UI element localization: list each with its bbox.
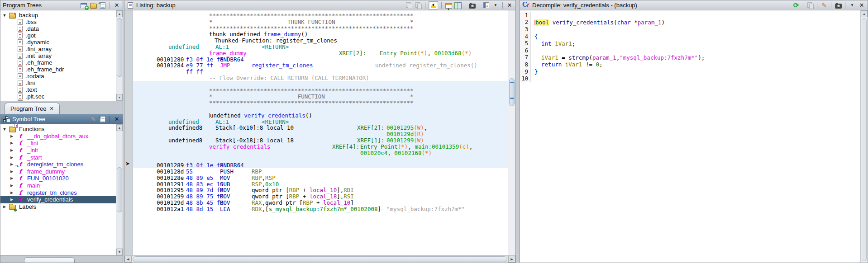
listing-row[interactable] — [133, 106, 508, 112]
tree-item-labels[interactable]: ▶ Labels — [0, 203, 116, 211]
copy-icon[interactable] — [405, 1, 412, 9]
expander-closed-icon[interactable]: ▶ — [10, 155, 14, 160]
tab-program-tree[interactable]: Program Tree ✕ — [5, 103, 60, 114]
edit-fields-icon[interactable] — [445, 1, 452, 9]
listing-row[interactable]: 0010129548 89 7d f8MOVqword ptr [RBP + l… — [133, 187, 508, 193]
listing-row[interactable]: undefinedAL:1<RETURN> — [133, 43, 508, 50]
decompile-line[interactable]: 3 — [520, 26, 860, 33]
tree-item-section[interactable]: .rodata — [0, 73, 116, 80]
listing-row[interactable]: 00101280f3 0f 1e faENDBR64 — [133, 56, 508, 62]
tree-item-function[interactable]: ▶f_init — [0, 147, 116, 154]
expander-closed-icon[interactable]: ▶ — [10, 191, 14, 195]
paste-icon[interactable] — [415, 1, 422, 9]
tree-item-functions[interactable]: ▼ f Functions — [0, 126, 116, 133]
tree-item-section[interactable]: .data — [0, 25, 116, 32]
scroll-right-icon[interactable]: ▶ — [508, 256, 515, 263]
copy-icon[interactable] — [806, 1, 814, 9]
decompile-line[interactable]: 7 iVar1 = strcmp(param_1,"mysql_backup:7… — [520, 54, 860, 61]
expander-open-icon[interactable]: ▼ — [2, 13, 7, 18]
tree-item-function[interactable]: ▶f↷frame_dummy — [0, 168, 116, 175]
program-tree-scrollbar[interactable]: ▲ ▼ — [116, 10, 123, 101]
tree-item-root[interactable]: ▼ ➤ backup — [0, 12, 116, 19]
tree-item-function[interactable]: ▶f__do_global_dtors_aux — [0, 133, 116, 140]
tree-item-section[interactable]: .text — [0, 86, 116, 93]
symbol-tree-scrollbar[interactable]: ▲ ▼ — [116, 124, 123, 255]
expander-open-icon[interactable]: ▼ — [2, 127, 7, 132]
scrollbar-thumb[interactable] — [117, 18, 122, 77]
tree-item-section[interactable]: .eh_frame_hdr — [0, 66, 116, 73]
decompile-line[interactable]: 4{ — [520, 33, 860, 40]
listing-row[interactable]: Thunked-Function: register_tm_clones — [133, 37, 508, 43]
scroll-up-icon[interactable]: ▲ — [116, 124, 123, 131]
snapshot-icon[interactable] — [835, 1, 842, 9]
close-icon[interactable]: ✕ — [113, 1, 120, 9]
tree-item-section[interactable]: .dynamic — [0, 39, 116, 46]
listing-row[interactable]: ****************************************… — [133, 12, 508, 19]
refresh-icon[interactable]: ⟳ — [792, 1, 800, 9]
listing-row[interactable]: verify_credentialsXREF[4]:Entry Point(*)… — [133, 143, 508, 150]
listing-row[interactable]: 00101284e9 77 ffJMPregister_tm_clonesund… — [133, 62, 508, 68]
listing-hscrollbar[interactable]: ◀ ▶ — [124, 255, 515, 263]
listing-row[interactable]: undefined8Stack[-0x18]:8 local_18XREF[1]… — [133, 137, 508, 143]
listing-row[interactable]: * THUNK FUNCTION * — [133, 19, 508, 25]
expander-closed-icon[interactable]: ▶ — [10, 141, 14, 145]
expander-closed-icon[interactable]: ▶ — [2, 205, 7, 209]
listing-row[interactable]: thunk undefined frame_dummy() — [133, 31, 508, 37]
tree-item-section[interactable]: .fini — [0, 80, 116, 86]
new-tree-icon[interactable] — [80, 1, 87, 9]
expander-closed-icon[interactable]: ▶ — [10, 162, 14, 166]
listing-row[interactable]: 0010129948 89 75 f0MOVqword ptr [RBP + l… — [133, 193, 508, 199]
tree-item-function[interactable]: ▶fFUN_00101020 — [0, 175, 116, 182]
listing-content[interactable]: ****************************************… — [133, 10, 508, 255]
decompile-line[interactable]: 1 — [520, 12, 860, 19]
edit-icon[interactable]: ✎ — [820, 1, 828, 9]
listing-row[interactable]: ****************************************… — [133, 87, 508, 94]
listing-row[interactable]: undefined verify_credentials() — [133, 112, 508, 118]
expander-closed-icon[interactable]: ▶ — [10, 169, 14, 174]
snapshot-icon[interactable] — [468, 1, 476, 9]
expander-closed-icon[interactable]: ▶ — [10, 197, 14, 202]
edit-pencil-icon[interactable]: ✎ — [90, 115, 97, 123]
listing-row[interactable]: 001020c4, 00102168(*) — [133, 150, 508, 156]
expand-window-icon[interactable] — [99, 115, 106, 123]
tree-item-section[interactable]: .fini_array — [0, 46, 116, 52]
tree-item-function[interactable]: ▶fregister_tm_clones — [0, 189, 116, 196]
scroll-up-icon[interactable]: ▲ — [116, 10, 123, 17]
listing-row[interactable]: ff ff — [133, 68, 508, 75]
expander-closed-icon[interactable]: ▶ — [10, 176, 14, 180]
scroll-down-icon[interactable]: ▼ — [116, 94, 123, 101]
listing-row[interactable]: 0010128d55PUSHRBP — [133, 168, 508, 174]
listing-row[interactable]: 00101289f3 0f 1e faENDBR64 — [133, 162, 508, 168]
tree-item-section[interactable]: .bss — [0, 19, 116, 25]
dropdown-icon[interactable]: ▼ — [849, 1, 856, 9]
decompile-content[interactable]: 12bool verify_credentials(char *param_1)… — [520, 10, 860, 263]
tree-item-function[interactable]: ▶f_fini — [0, 140, 116, 147]
scroll-down-icon[interactable]: ▼ — [116, 249, 123, 255]
decompile-scrollbar[interactable]: ▲ — [860, 10, 868, 263]
open-folder-icon[interactable] — [90, 1, 97, 9]
listing-row[interactable]: undefined8Stack[-0x10]:8 local_10XREF[2]… — [133, 124, 508, 131]
listing-row[interactable]: frame_dummyXREF[2]:Entry Point(*), 00103… — [133, 50, 508, 56]
tree-item-section[interactable]: .got — [0, 32, 116, 39]
decompile-line[interactable]: 9} — [520, 68, 860, 75]
expander-closed-icon[interactable]: ▶ — [10, 183, 14, 188]
dropdown-icon[interactable]: ▼ — [492, 1, 499, 9]
decompile-line[interactable]: 10 — [520, 75, 860, 82]
scrollbar-thumb[interactable] — [862, 18, 867, 261]
listing-row[interactable]: 0010129148 83 ec 10SUBRSP,0x10 — [133, 181, 508, 187]
decompile-line[interactable]: 5 int iVar1; — [520, 40, 860, 47]
listing-row[interactable]: * FUNCTION * — [133, 93, 508, 99]
tree-item-section[interactable]: .plt.sec — [0, 93, 116, 100]
listing-row[interactable]: 0010129d48 8b 45 f8MOVRAX,qword ptr [RBP… — [133, 199, 508, 206]
panel-options-icon[interactable] — [482, 1, 490, 9]
tab-close-icon[interactable]: ✕ — [49, 106, 53, 112]
close-icon[interactable]: ✕ — [506, 1, 513, 9]
tree-item-section[interactable]: .eh_frame — [0, 59, 116, 66]
scrollbar-thumb[interactable] — [133, 256, 507, 262]
expander-closed-icon[interactable]: ▶ — [10, 148, 14, 152]
scroll-up-icon[interactable]: ▲ — [861, 10, 868, 17]
listing-row[interactable]: 0010129d(R) — [133, 131, 508, 137]
listing-row[interactable]: ****************************************… — [133, 25, 508, 31]
close-icon[interactable]: ✕ — [858, 1, 865, 9]
close-icon[interactable]: ✕ — [113, 115, 120, 123]
